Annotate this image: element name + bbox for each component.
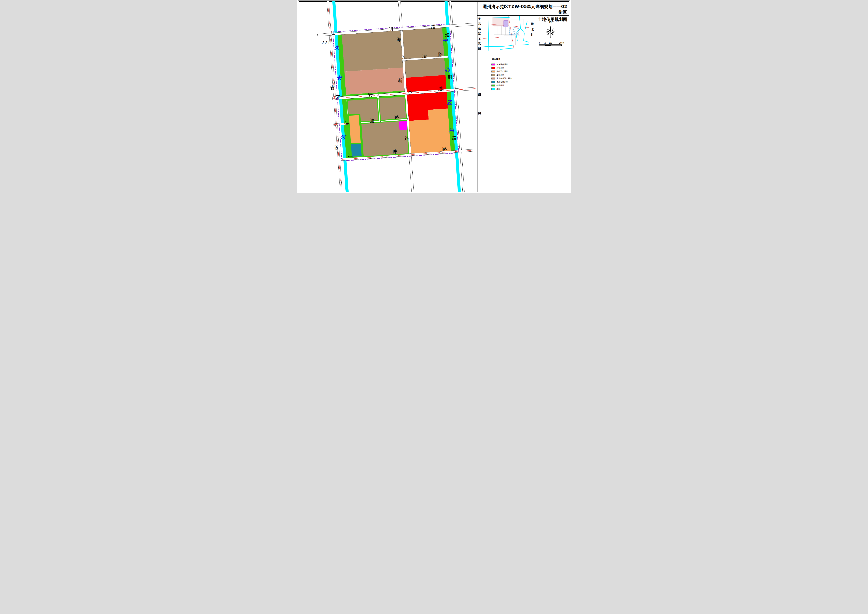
location-panel-label: 单元位置示意图 [477,17,482,50]
parcel-industrial-sw2 [379,96,406,120]
vertical-label-char: 北 [531,28,534,31]
scale-bar-cell [539,45,545,46]
parcel-government [399,121,407,131]
legend-header: 用地性质 [491,58,512,61]
legend-swatch [491,84,495,87]
parcel-water-supply [351,144,362,157]
legend-label: 工业商业混合用地 [496,77,512,80]
legend-panel-label: 图例 [477,92,482,115]
planning-map [299,2,477,192]
parcel-industrial-nw [342,31,403,72]
sheet-title: 通州湾示范区TZW-05单元详细规划——02街区 [479,4,567,15]
scale-bar: 050100200M [539,42,564,46]
legend-item: 供水设施用地 [491,81,512,83]
vertical-label-char: 指 [531,22,534,26]
vertical-label-char: 图 [478,47,481,50]
legend-label: 供水设施用地 [496,81,508,83]
scale-label: 200M [559,42,564,44]
plan-sheet: 江221明海路海中久江凌路安心荆新省大道东安竖路波江河河路路道江珠路 通州湾示范… [297,0,571,193]
inset-highlight-block [504,21,508,27]
vertical-label-char: 位 [478,27,481,31]
scale-bar-cell [550,45,561,46]
vertical-label-char: 置 [478,32,481,36]
legend-label: 公园绿地 [496,84,504,87]
legend-item: 公园绿地 [491,84,512,87]
legend-item: 水域 [491,88,512,90]
legend-label: 水域 [496,88,501,90]
location-inset-map [483,16,529,51]
parcel-industrial-ne [403,28,444,59]
scale-labels: 050100200M [539,42,564,44]
compass-petals [545,26,556,38]
legend-item: 工业用地 [491,74,512,76]
scale-bar-graphic [539,45,561,46]
north-label: N [549,20,552,23]
legend-swatch [491,70,495,73]
legend-item: 商住混合用地 [491,70,512,73]
vertical-label-char: 针 [531,33,534,37]
legend: 用地性质 机关团体用地商业用地商住混合用地工业用地工业商业混合用地供水设施用地公… [491,58,512,91]
vertical-label-char: 例 [478,111,481,115]
vertical-label-char: 示 [478,37,481,40]
legend-swatch [491,88,495,90]
legend-swatch [491,81,495,83]
vertical-label-char: 单 [478,17,481,20]
legend-label: 商住混合用地 [496,70,508,73]
legend-swatch [491,64,495,65]
scale-bar-cell [545,45,550,46]
compass-rose-icon [542,24,558,40]
legend-swatch [491,78,495,79]
divider [477,51,569,52]
compass-panel-label: 指北针 [530,22,535,37]
legend-item: 机关团体用地 [491,63,512,66]
legend-label: 工业用地 [496,74,504,76]
legend-label: 机关团体用地 [496,63,508,66]
legend-swatch [491,74,495,76]
legend-item: 商业用地 [491,67,512,69]
legend-swatch [491,67,495,69]
scale-label: 50 [544,42,546,44]
parcel-industrial-east [405,58,445,78]
scale-label: 0 [539,42,540,44]
legend-item: 工业商业混合用地 [491,77,512,80]
parcel-commercial-north [406,75,446,92]
vertical-label-char: 图 [478,92,481,96]
vertical-label-char: 元 [478,22,481,26]
vertical-label-char: 意 [478,42,481,45]
parcel-industrial-commercial [344,68,405,95]
legend-items: 机关团体用地商业用地商住混合用地工业用地工业商业混合用地供水设施用地公园绿地水域 [491,63,512,90]
parcel-mixed-residential-west [349,115,361,143]
scale-label: 100 [549,42,552,44]
legend-label: 商业用地 [496,67,504,69]
